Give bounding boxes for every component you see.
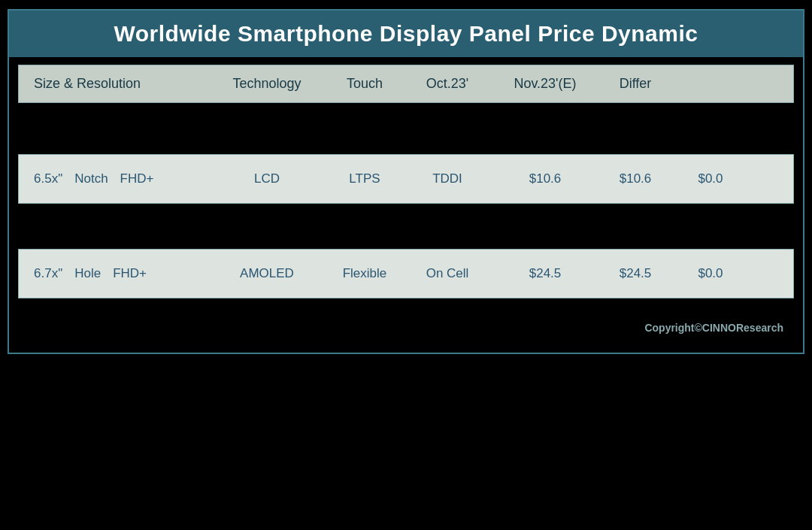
- spacer-bottom: [18, 298, 794, 313]
- cell-resolution-value-2: FHD+: [113, 266, 147, 281]
- cell-size-value-2: 6.7x": [34, 266, 62, 281]
- table-header: Size & Resolution Technology Touch Oct.2…: [18, 65, 794, 103]
- cell-touch-detail-2: On Cell: [402, 266, 492, 281]
- page-title: Worldwide Smartphone Display Panel Price…: [114, 21, 698, 46]
- table-row: 6.7x" Hole FHD+ AMOLED Flexible On Cell …: [18, 249, 794, 298]
- cell-form-value-2: Hole: [74, 266, 101, 281]
- cell-differ-2: $0.0: [673, 266, 748, 281]
- cell-nov-2: $24.5: [598, 266, 673, 281]
- cell-touch-detail-1: TDDI: [402, 171, 492, 186]
- cell-touch-type-2: Flexible: [327, 266, 402, 281]
- cell-size-res-2: 6.7x" Hole FHD+: [26, 266, 207, 281]
- copyright-row: Copyright©CINNOResearch: [18, 313, 794, 345]
- header-size-resolution: Size & Resolution: [26, 76, 207, 92]
- cell-touch-type-1: LTPS: [327, 171, 402, 186]
- title-bar: Worldwide Smartphone Display Panel Price…: [9, 11, 803, 57]
- header-nov: Nov.23'(E): [492, 76, 598, 92]
- cell-resolution-value-1: FHD+: [120, 171, 154, 186]
- cell-size-value-1: 6.5x": [34, 171, 62, 186]
- cell-oct-1: $10.6: [492, 171, 598, 186]
- header-oct: Oct.23': [402, 76, 492, 92]
- header-technology: Technology: [207, 76, 327, 92]
- cell-tech-1: LCD: [207, 171, 327, 186]
- spacer-1: [18, 109, 794, 154]
- spacer-2: [18, 204, 794, 249]
- cell-differ-1: $0.0: [673, 171, 748, 186]
- copyright-text: Copyright©CINNOResearch: [644, 322, 783, 334]
- header-differ: Differ: [598, 76, 673, 92]
- cell-nov-1: $10.6: [598, 171, 673, 186]
- cell-size-res-1: 6.5x" Notch FHD+: [26, 171, 207, 186]
- header-touch: Touch: [327, 76, 402, 92]
- cell-tech-2: AMOLED: [207, 266, 327, 281]
- table-row: 6.5x" Notch FHD+ LCD LTPS TDDI $10.6 $10…: [18, 154, 794, 204]
- main-container: Worldwide Smartphone Display Panel Price…: [8, 9, 804, 354]
- cell-form-value-1: Notch: [74, 171, 108, 186]
- table-wrapper: Size & Resolution Technology Touch Oct.2…: [9, 57, 803, 353]
- cell-oct-2: $24.5: [492, 266, 598, 281]
